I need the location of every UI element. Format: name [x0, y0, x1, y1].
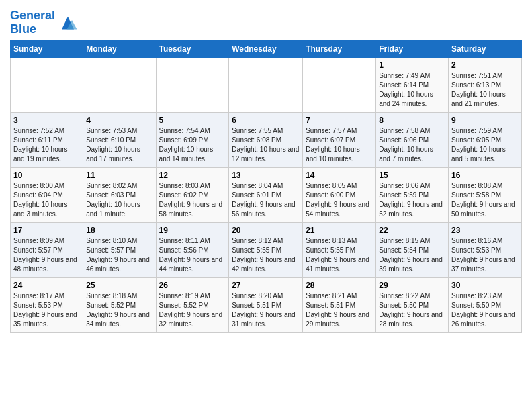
- day-number: 23: [451, 226, 519, 235]
- day-info: Sunrise: 8:10 AM Sunset: 5:57 PM Dayligh…: [86, 236, 152, 274]
- day-number: 3: [13, 116, 80, 125]
- day-number: 24: [13, 281, 80, 290]
- day-info: Sunrise: 8:21 AM Sunset: 5:51 PM Dayligh…: [306, 291, 373, 329]
- day-info: Sunrise: 7:49 AM Sunset: 6:14 PM Dayligh…: [379, 71, 445, 109]
- day-info: Sunrise: 8:11 AM Sunset: 5:56 PM Dayligh…: [159, 236, 226, 274]
- day-number: 5: [159, 116, 226, 125]
- weekday-header-row: SundayMondayTuesdayWednesdayThursdayFrid…: [11, 40, 522, 57]
- weekday-header-thursday: Thursday: [303, 40, 376, 57]
- day-number: 15: [379, 171, 445, 180]
- calendar-week-row: 3Sunrise: 7:52 AM Sunset: 6:11 PM Daylig…: [11, 112, 522, 167]
- day-info: Sunrise: 8:03 AM Sunset: 6:02 PM Dayligh…: [159, 181, 226, 219]
- day-number: 2: [451, 60, 519, 70]
- calendar-cell: 16Sunrise: 8:08 AM Sunset: 5:58 PM Dayli…: [449, 167, 522, 222]
- day-number: 4: [86, 116, 152, 125]
- calendar-cell: 1Sunrise: 7:49 AM Sunset: 6:14 PM Daylig…: [376, 57, 449, 112]
- calendar-cell: 11Sunrise: 8:02 AM Sunset: 6:03 PM Dayli…: [83, 167, 156, 222]
- calendar-cell: 7Sunrise: 7:57 AM Sunset: 6:07 PM Daylig…: [303, 112, 376, 167]
- calendar-cell: 24Sunrise: 8:17 AM Sunset: 5:53 PM Dayli…: [11, 277, 83, 332]
- calendar-cell: 12Sunrise: 8:03 AM Sunset: 6:02 PM Dayli…: [156, 167, 229, 222]
- day-info: Sunrise: 8:02 AM Sunset: 6:03 PM Dayligh…: [86, 181, 152, 219]
- calendar-cell: 20Sunrise: 8:12 AM Sunset: 5:55 PM Dayli…: [229, 222, 303, 277]
- day-info: Sunrise: 7:55 AM Sunset: 6:08 PM Dayligh…: [232, 126, 300, 164]
- calendar-header: SundayMondayTuesdayWednesdayThursdayFrid…: [11, 40, 522, 57]
- weekday-header-wednesday: Wednesday: [229, 40, 303, 57]
- day-info: Sunrise: 8:22 AM Sunset: 5:50 PM Dayligh…: [379, 291, 445, 329]
- calendar-cell: 22Sunrise: 8:15 AM Sunset: 5:54 PM Dayli…: [376, 222, 449, 277]
- calendar-cell: 23Sunrise: 8:16 AM Sunset: 5:53 PM Dayli…: [449, 222, 522, 277]
- logo: General Blue: [10, 9, 78, 36]
- day-info: Sunrise: 8:15 AM Sunset: 5:54 PM Dayligh…: [379, 236, 445, 274]
- calendar-cell: 14Sunrise: 8:05 AM Sunset: 6:00 PM Dayli…: [303, 167, 376, 222]
- day-info: Sunrise: 7:58 AM Sunset: 6:06 PM Dayligh…: [379, 126, 445, 164]
- day-number: 30: [451, 281, 519, 290]
- day-number: 13: [232, 171, 300, 180]
- calendar-cell: 27Sunrise: 8:20 AM Sunset: 5:51 PM Dayli…: [229, 277, 303, 332]
- calendar-cell: 28Sunrise: 8:21 AM Sunset: 5:51 PM Dayli…: [303, 277, 376, 332]
- calendar-week-row: 17Sunrise: 8:09 AM Sunset: 5:57 PM Dayli…: [11, 222, 522, 277]
- calendar-body: 1Sunrise: 7:49 AM Sunset: 6:14 PM Daylig…: [11, 57, 522, 332]
- weekday-header-monday: Monday: [83, 40, 156, 57]
- weekday-header-friday: Friday: [376, 40, 449, 57]
- day-number: 8: [379, 116, 445, 125]
- day-number: 9: [451, 116, 519, 125]
- calendar-cell: 21Sunrise: 8:13 AM Sunset: 5:55 PM Dayli…: [303, 222, 376, 277]
- calendar-cell: 6Sunrise: 7:55 AM Sunset: 6:08 PM Daylig…: [229, 112, 303, 167]
- day-number: 18: [86, 226, 152, 235]
- day-info: Sunrise: 7:52 AM Sunset: 6:11 PM Dayligh…: [13, 126, 80, 164]
- calendar-cell: [156, 57, 229, 112]
- weekday-header-tuesday: Tuesday: [156, 40, 229, 57]
- calendar-cell: 26Sunrise: 8:19 AM Sunset: 5:52 PM Dayli…: [156, 277, 229, 332]
- calendar-week-row: 10Sunrise: 8:00 AM Sunset: 6:04 PM Dayli…: [11, 167, 522, 222]
- calendar-cell: 17Sunrise: 8:09 AM Sunset: 5:57 PM Dayli…: [11, 222, 83, 277]
- calendar-cell: [83, 57, 156, 112]
- logo-blue: Blue: [10, 22, 36, 36]
- day-info: Sunrise: 7:51 AM Sunset: 6:13 PM Dayligh…: [451, 71, 519, 109]
- day-number: 12: [159, 171, 226, 180]
- header: General Blue: [10, 7, 522, 36]
- day-number: 27: [232, 281, 300, 290]
- calendar-cell: [229, 57, 303, 112]
- day-number: 28: [306, 281, 373, 290]
- day-number: 10: [13, 171, 80, 180]
- calendar-cell: 13Sunrise: 8:04 AM Sunset: 6:01 PM Dayli…: [229, 167, 303, 222]
- day-number: 11: [86, 171, 152, 180]
- day-number: 25: [86, 281, 152, 290]
- calendar-table: SundayMondayTuesdayWednesdayThursdayFrid…: [10, 40, 522, 333]
- day-info: Sunrise: 8:00 AM Sunset: 6:04 PM Dayligh…: [13, 181, 80, 219]
- day-number: 7: [306, 116, 373, 125]
- day-number: 29: [379, 281, 445, 290]
- calendar-cell: [303, 57, 376, 112]
- calendar-week-row: 24Sunrise: 8:17 AM Sunset: 5:53 PM Dayli…: [11, 277, 522, 332]
- calendar-cell: 3Sunrise: 7:52 AM Sunset: 6:11 PM Daylig…: [11, 112, 83, 167]
- calendar-cell: 29Sunrise: 8:22 AM Sunset: 5:50 PM Dayli…: [376, 277, 449, 332]
- logo-icon: [58, 13, 78, 33]
- day-info: Sunrise: 8:23 AM Sunset: 5:50 PM Dayligh…: [451, 291, 519, 329]
- calendar-cell: [11, 57, 83, 112]
- day-number: 17: [13, 226, 80, 235]
- day-info: Sunrise: 7:54 AM Sunset: 6:09 PM Dayligh…: [159, 126, 226, 164]
- calendar-cell: 10Sunrise: 8:00 AM Sunset: 6:04 PM Dayli…: [11, 167, 83, 222]
- day-info: Sunrise: 8:09 AM Sunset: 5:57 PM Dayligh…: [13, 236, 80, 274]
- day-info: Sunrise: 8:08 AM Sunset: 5:58 PM Dayligh…: [451, 181, 519, 219]
- day-info: Sunrise: 8:19 AM Sunset: 5:52 PM Dayligh…: [159, 291, 226, 329]
- calendar-week-row: 1Sunrise: 7:49 AM Sunset: 6:14 PM Daylig…: [11, 57, 522, 112]
- weekday-header-sunday: Sunday: [11, 40, 83, 57]
- day-info: Sunrise: 8:06 AM Sunset: 5:59 PM Dayligh…: [379, 181, 445, 219]
- calendar-cell: 15Sunrise: 8:06 AM Sunset: 5:59 PM Dayli…: [376, 167, 449, 222]
- day-number: 20: [232, 226, 300, 235]
- calendar-cell: 5Sunrise: 7:54 AM Sunset: 6:09 PM Daylig…: [156, 112, 229, 167]
- day-number: 26: [159, 281, 226, 290]
- day-number: 22: [379, 226, 445, 235]
- day-info: Sunrise: 8:12 AM Sunset: 5:55 PM Dayligh…: [232, 236, 300, 274]
- day-info: Sunrise: 8:16 AM Sunset: 5:53 PM Dayligh…: [451, 236, 519, 274]
- day-info: Sunrise: 7:57 AM Sunset: 6:07 PM Dayligh…: [306, 126, 373, 164]
- calendar-cell: 25Sunrise: 8:18 AM Sunset: 5:52 PM Dayli…: [83, 277, 156, 332]
- day-number: 1: [379, 60, 445, 70]
- calendar-cell: 30Sunrise: 8:23 AM Sunset: 5:50 PM Dayli…: [449, 277, 522, 332]
- day-info: Sunrise: 8:04 AM Sunset: 6:01 PM Dayligh…: [232, 181, 300, 219]
- day-info: Sunrise: 8:18 AM Sunset: 5:52 PM Dayligh…: [86, 291, 152, 329]
- calendar-cell: 2Sunrise: 7:51 AM Sunset: 6:13 PM Daylig…: [449, 57, 522, 112]
- calendar-cell: 18Sunrise: 8:10 AM Sunset: 5:57 PM Dayli…: [83, 222, 156, 277]
- day-number: 6: [232, 116, 300, 125]
